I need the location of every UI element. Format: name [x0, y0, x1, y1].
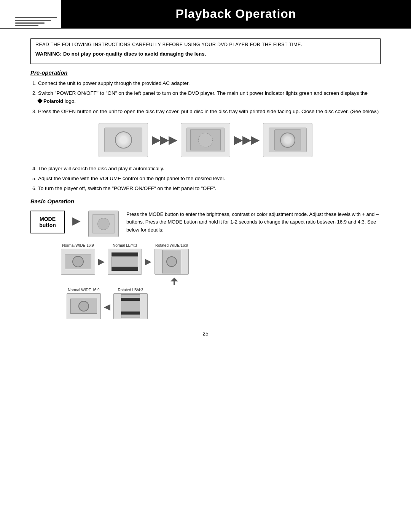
- arrow-icon-2: ▶▶▶: [234, 134, 259, 146]
- step-3-text: Press the OPEN button on the unit to ope…: [38, 109, 379, 114]
- step-4-text: The player will search the disc and play…: [38, 166, 164, 171]
- aspect-box-3: [155, 249, 189, 275]
- lb-screen-wrapper: [112, 252, 138, 271]
- page-number: 25: [30, 331, 381, 337]
- aspect-rotated-wide-169: Rotated WIDE/16:9: [155, 243, 189, 275]
- aspect-diagrams: Normal/WIDE 16:9 ▶ Normal LB/4:3: [61, 243, 381, 319]
- step-6-text: To turn the player off, switch the "POWE…: [38, 185, 216, 191]
- lb-screen: [112, 256, 138, 267]
- rotated-black-bar-bottom: [121, 312, 140, 315]
- arrow-icon-3: ▶: [98, 257, 105, 267]
- disc-icon-2: [166, 256, 177, 267]
- header-line-3: [15, 22, 45, 24]
- mode-label-line1: MODE: [40, 216, 56, 222]
- polaroid-diamond-icon: [37, 98, 43, 104]
- dvd-player-body: [274, 129, 301, 150]
- aspect-normal-wide-169-2: Normal WIDE 16:9: [67, 288, 101, 319]
- polaroid-logo: Polaroid: [38, 97, 63, 105]
- mode-button-box: MODE button: [30, 211, 65, 233]
- dvd-open-outer: [186, 128, 225, 152]
- step-3: Press the OPEN button on the unit to ope…: [38, 108, 381, 115]
- rotated-black-bar-top: [121, 298, 140, 301]
- dvd-image-closed: [99, 123, 148, 157]
- basic-operation-description: Press the MODE button to enter the brigh…: [126, 211, 381, 234]
- black-bar-bottom: [112, 267, 138, 271]
- svg-marker-0: [170, 278, 178, 281]
- svg-rect-1: [174, 281, 175, 285]
- rotated-lb-screen: [121, 294, 140, 318]
- step-1: Connect the unit to power supply through…: [38, 80, 381, 87]
- pre-operation-steps: Connect the unit to power supply through…: [30, 80, 381, 115]
- dvd-images-row: ▶▶▶ ▶▶▶: [30, 123, 381, 157]
- basic-operation-row: MODE button ▶ Press the MODE button to e…: [30, 211, 381, 237]
- header-line-4: [15, 25, 38, 26]
- arrow-icon-4: ▶: [145, 257, 151, 267]
- black-bar-top: [112, 252, 138, 256]
- step-5-text: Adjust the volume with the VOLUME contro…: [38, 176, 225, 181]
- aspect-label-1: Normal/WIDE 16:9: [62, 243, 94, 248]
- instructions-text: READ THE FOLLOWING INSTRUCTIONS CAREFULL…: [35, 42, 376, 47]
- basic-arrow-icon: ▶: [72, 214, 81, 227]
- tray-disc: [198, 133, 213, 147]
- mode-button-label: MODE button: [37, 216, 58, 228]
- aspect-row-2: Normal WIDE 16:9 ◀ Rotated LB/4:3: [61, 288, 381, 319]
- dvd-image-final: [263, 123, 312, 157]
- rotated-lb-area: [121, 301, 140, 312]
- arrow-icon-1: ▶▶▶: [152, 134, 177, 146]
- header-section: Playback Operation: [0, 0, 411, 29]
- disc-circle: [115, 131, 132, 149]
- mode-label-line2: button: [39, 222, 56, 228]
- aspect-box-1: [61, 249, 95, 275]
- warning-box: READ THE FOLLOWING INSTRUCTIONS CAREFULL…: [30, 38, 381, 64]
- screen-wide-1: [65, 254, 91, 269]
- step-4: The player will search the disc and play…: [38, 165, 381, 173]
- pre-operation-title: Pre-operation: [30, 69, 381, 76]
- aspect-normal-wide-169-1: Normal/WIDE 16:9: [61, 243, 95, 275]
- aspect-normal-lb-43: Normal LB/4:3: [108, 243, 142, 275]
- page-wrapper: Playback Operation READ THE FOLLOWING IN…: [0, 0, 411, 532]
- dvd-closed-outer: [104, 128, 142, 152]
- arrow-down-row: [61, 278, 381, 286]
- step-2: Switch "POWER ON/OFF" to "ON" on the lef…: [38, 89, 381, 105]
- page-title: Playback Operation: [176, 7, 296, 21]
- dvd-final-outer: [269, 128, 307, 152]
- rotated-screen: [162, 250, 181, 273]
- header-title-box: Playback Operation: [61, 0, 411, 28]
- aspect-box-4: [67, 293, 101, 319]
- arrow-down-icon: [170, 278, 178, 285]
- dvd-disc-final: [280, 133, 295, 148]
- back-arrow-icon: ◀: [104, 302, 110, 312]
- tray-open: [190, 129, 221, 150]
- aspect-rotated-lb-43: Rotated LB/4:3: [113, 288, 148, 319]
- step-2-text: Switch "POWER ON/OFF" to "ON" on the lef…: [38, 90, 368, 104]
- header-line-2: [15, 20, 51, 21]
- header-lines: [0, 0, 61, 28]
- screen-wide-2: [70, 299, 97, 314]
- aspect-label-3: Rotated WIDE/16:9: [155, 243, 188, 248]
- dvd-icon-basic: [88, 211, 119, 237]
- disc-icon-3: [78, 301, 89, 312]
- aspect-label-2: Normal LB/4:3: [113, 243, 137, 248]
- aspect-box-5: [113, 293, 148, 319]
- aspect-label-4: Normal WIDE 16:9: [68, 288, 99, 292]
- header-line-1: [15, 17, 57, 18]
- warning-text: WARNING: Do not play poor-quality discs …: [35, 51, 376, 57]
- aspect-row-1: Normal/WIDE 16:9 ▶ Normal LB/4:3: [61, 243, 381, 275]
- step-5: Adjust the volume with the VOLUME contro…: [38, 175, 381, 182]
- step-6: To turn the player off, switch the "POWE…: [38, 185, 381, 192]
- disc-icon-1: [72, 256, 84, 267]
- dvd-icon-inner: [92, 214, 115, 233]
- aspect-box-2: [108, 249, 142, 275]
- basic-operation-title: Basic Operation: [30, 198, 381, 204]
- step-1-text: Connect the unit to power supply through…: [38, 80, 190, 86]
- pre-operation-steps-4to6: The player will search the disc and play…: [30, 165, 381, 193]
- aspect-label-5: Rotated LB/4:3: [118, 288, 143, 292]
- dvd-image-open: [181, 123, 230, 157]
- main-content: READ THE FOLLOWING INSTRUCTIONS CAREFULL…: [0, 35, 411, 352]
